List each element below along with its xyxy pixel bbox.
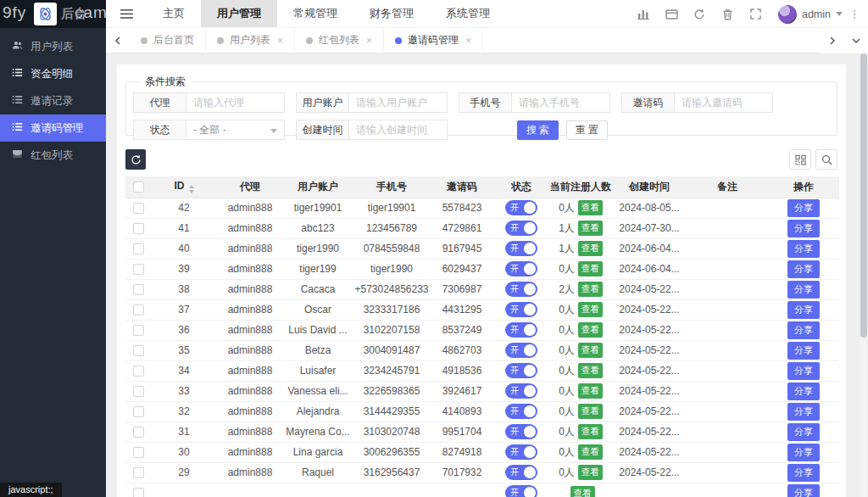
sidebar-item-red-packet-list[interactable]: 红包列表 bbox=[0, 142, 106, 169]
phone-input[interactable] bbox=[511, 92, 610, 113]
trash-icon[interactable] bbox=[714, 8, 742, 20]
status-toggle[interactable]: 开 bbox=[505, 200, 537, 215]
status-toggle[interactable]: 开 bbox=[505, 343, 537, 358]
agent-input[interactable] bbox=[186, 92, 285, 113]
column-header[interactable]: ID bbox=[151, 176, 217, 198]
view-button[interactable]: 查看 bbox=[578, 282, 603, 297]
view-button[interactable]: 查看 bbox=[578, 200, 603, 215]
tabs-scroll-right-icon[interactable] bbox=[821, 28, 844, 53]
row-checkbox[interactable] bbox=[133, 366, 144, 377]
row-checkbox[interactable] bbox=[133, 243, 144, 254]
share-button[interactable]: 分享 bbox=[787, 464, 820, 482]
top-menu-system-mgmt[interactable]: 系统管理 bbox=[430, 0, 506, 27]
share-button[interactable]: 分享 bbox=[787, 220, 820, 237]
view-button[interactable]: 查看 bbox=[578, 465, 603, 480]
status-toggle[interactable]: 开 bbox=[505, 302, 537, 317]
share-button[interactable]: 分享 bbox=[787, 240, 820, 258]
share-button[interactable]: 分享 bbox=[787, 362, 820, 380]
close-icon[interactable]: × bbox=[465, 35, 471, 47]
view-button[interactable]: 查看 bbox=[578, 343, 603, 358]
row-checkbox[interactable] bbox=[133, 284, 144, 295]
columns-filter-icon[interactable] bbox=[789, 149, 811, 170]
status-toggle[interactable]: 开 bbox=[505, 261, 537, 276]
tab-red-packet-list[interactable]: 红包列表 × bbox=[295, 28, 384, 53]
row-checkbox[interactable] bbox=[133, 467, 144, 478]
refresh-table-button[interactable] bbox=[125, 149, 146, 170]
share-button[interactable]: 分享 bbox=[787, 403, 820, 421]
status-toggle[interactable]: 开 bbox=[505, 383, 537, 399]
tab-dashboard[interactable]: 后台首页 bbox=[130, 28, 206, 53]
status-toggle[interactable]: 开 bbox=[505, 465, 537, 480]
status-toggle[interactable]: 开 bbox=[505, 424, 537, 439]
sidebar-item-funds-detail[interactable]: 资金明细 bbox=[0, 60, 106, 87]
view-button[interactable]: 查看 bbox=[570, 486, 595, 497]
row-checkbox[interactable] bbox=[133, 386, 144, 397]
tabs-menu-icon[interactable] bbox=[844, 28, 868, 53]
sort-icon[interactable] bbox=[189, 185, 194, 193]
status-toggle[interactable]: 开 bbox=[505, 485, 537, 497]
share-button[interactable]: 分享 bbox=[787, 260, 820, 278]
fullscreen-icon[interactable] bbox=[742, 8, 770, 20]
view-button[interactable]: 查看 bbox=[578, 404, 603, 419]
share-button[interactable]: 分享 bbox=[787, 342, 820, 360]
account-input[interactable] bbox=[348, 92, 448, 113]
row-checkbox[interactable] bbox=[133, 488, 144, 497]
invite-code-input[interactable] bbox=[674, 92, 773, 113]
sidebar-toggle-icon[interactable] bbox=[106, 0, 147, 27]
view-button[interactable]: 查看 bbox=[578, 444, 603, 460]
view-button[interactable]: 查看 bbox=[578, 302, 603, 317]
bar-chart-icon[interactable] bbox=[630, 8, 658, 20]
row-checkbox[interactable] bbox=[133, 406, 144, 417]
search-icon[interactable] bbox=[815, 149, 837, 170]
tab-invite-code-mgmt[interactable]: 邀请码管理 × bbox=[384, 28, 483, 53]
share-button[interactable]: 分享 bbox=[787, 484, 820, 497]
view-button[interactable]: 查看 bbox=[578, 261, 603, 276]
status-toggle[interactable]: 开 bbox=[505, 444, 537, 460]
close-icon[interactable]: × bbox=[277, 35, 283, 47]
top-menu-home[interactable]: 主页 bbox=[147, 0, 201, 27]
status-select[interactable]: - 全部 - bbox=[186, 120, 285, 140]
view-button[interactable]: 查看 bbox=[578, 383, 603, 399]
select-all-checkbox[interactable] bbox=[133, 181, 144, 193]
search-button[interactable]: 搜索 bbox=[517, 120, 559, 140]
sidebar-item-invite-records[interactable]: 邀请记录 bbox=[0, 87, 106, 114]
tab-user-list[interactable]: 用户列表 × bbox=[206, 28, 295, 53]
top-menu-finance-mgmt[interactable]: 财务管理 bbox=[353, 0, 430, 27]
status-toggle[interactable]: 开 bbox=[505, 241, 537, 256]
row-checkbox[interactable] bbox=[133, 264, 144, 275]
row-checkbox[interactable] bbox=[133, 447, 144, 458]
sidebar-item-user-list[interactable]: 用户列表 bbox=[0, 33, 106, 60]
status-toggle[interactable]: 开 bbox=[505, 282, 537, 297]
status-toggle[interactable]: 开 bbox=[505, 322, 537, 338]
row-checkbox[interactable] bbox=[133, 203, 144, 214]
share-button[interactable]: 分享 bbox=[787, 423, 820, 441]
user-menu[interactable]: admin bbox=[778, 5, 843, 24]
card-icon[interactable] bbox=[658, 9, 686, 20]
more-icon[interactable]: ⋮ bbox=[846, 8, 863, 20]
share-button[interactable]: 分享 bbox=[787, 199, 820, 217]
top-menu-general-mgmt[interactable]: 常规管理 bbox=[277, 0, 353, 27]
tabs-scroll-left-icon[interactable] bbox=[106, 28, 130, 53]
share-button[interactable]: 分享 bbox=[787, 301, 820, 319]
close-icon[interactable]: × bbox=[366, 35, 372, 47]
reset-button[interactable]: 重置 bbox=[566, 120, 608, 140]
status-toggle[interactable]: 开 bbox=[505, 221, 537, 236]
share-button[interactable]: 分享 bbox=[787, 383, 820, 400]
status-toggle[interactable]: 开 bbox=[505, 404, 537, 419]
share-button[interactable]: 分享 bbox=[787, 321, 820, 339]
status-toggle[interactable]: 开 bbox=[505, 363, 537, 378]
share-button[interactable]: 分享 bbox=[787, 281, 820, 299]
scrollbar-thumb[interactable] bbox=[860, 53, 867, 338]
view-button[interactable]: 查看 bbox=[578, 241, 603, 256]
view-button[interactable]: 查看 bbox=[578, 363, 603, 378]
row-checkbox[interactable] bbox=[133, 427, 144, 438]
row-checkbox[interactable] bbox=[133, 304, 144, 316]
refresh-icon[interactable] bbox=[686, 8, 714, 20]
row-checkbox[interactable] bbox=[133, 345, 144, 356]
row-checkbox[interactable] bbox=[133, 325, 144, 336]
sidebar-item-invite-code-mgmt[interactable]: 邀请码管理 bbox=[0, 114, 106, 142]
view-button[interactable]: 查看 bbox=[578, 424, 603, 439]
created-input[interactable] bbox=[348, 120, 448, 140]
share-button[interactable]: 分享 bbox=[787, 444, 820, 461]
view-button[interactable]: 查看 bbox=[578, 221, 603, 236]
